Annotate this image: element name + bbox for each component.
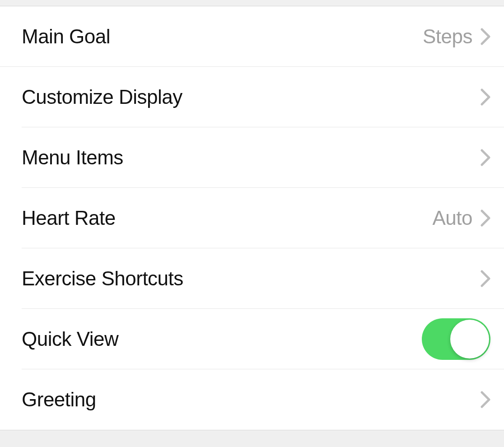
toggle-knob: [450, 320, 489, 359]
row-quick-view: Quick View: [22, 309, 504, 369]
chevron-right-icon: [481, 28, 490, 45]
row-exercise-shortcuts[interactable]: Exercise Shortcuts: [22, 248, 504, 309]
row-customize-display[interactable]: Customize Display: [22, 67, 504, 127]
row-heart-rate[interactable]: Heart Rate Auto: [22, 188, 504, 248]
row-label-quick-view: Quick View: [22, 328, 118, 350]
row-right-quick-view: [422, 318, 490, 360]
quick-view-toggle[interactable]: [422, 318, 490, 360]
row-label-exercise-shortcuts: Exercise Shortcuts: [22, 267, 183, 290]
row-right-heart-rate: Auto: [432, 207, 490, 229]
chevron-right-icon: [481, 149, 490, 166]
row-greeting[interactable]: Greeting: [22, 369, 504, 430]
row-value-heart-rate: Auto: [432, 207, 472, 229]
chevron-right-icon: [481, 88, 490, 106]
row-menu-items[interactable]: Menu Items: [22, 127, 504, 188]
row-label-greeting: Greeting: [22, 388, 96, 411]
row-label-customize-display: Customize Display: [22, 86, 182, 108]
chevron-right-icon: [481, 270, 490, 287]
row-right-main-goal: Steps: [423, 25, 490, 48]
row-right-menu-items: [481, 149, 490, 166]
row-right-customize-display: [481, 88, 490, 106]
row-label-menu-items: Menu Items: [22, 146, 123, 169]
chevron-right-icon: [481, 210, 490, 227]
row-right-greeting: [481, 391, 490, 408]
row-value-main-goal: Steps: [423, 25, 472, 48]
settings-list: Main Goal Steps Customize Display Menu I…: [0, 6, 504, 430]
chevron-right-icon: [481, 391, 490, 408]
row-label-heart-rate: Heart Rate: [22, 207, 116, 229]
row-main-goal[interactable]: Main Goal Steps: [0, 6, 504, 67]
row-label-main-goal: Main Goal: [22, 25, 110, 48]
section-footer-spacer: [0, 430, 504, 447]
row-right-exercise-shortcuts: [481, 270, 490, 287]
